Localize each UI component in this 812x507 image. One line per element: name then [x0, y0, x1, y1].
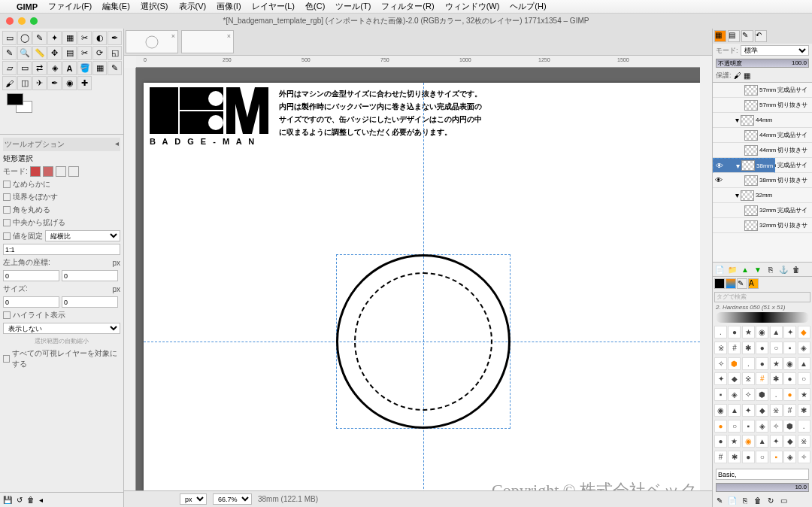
pos-x[interactable] — [3, 270, 59, 281]
tab-2[interactable]: × — [181, 30, 234, 53]
brush-item[interactable]: ▲ — [756, 435, 768, 448]
brush-item[interactable]: ▲ — [728, 404, 741, 417]
brush-item[interactable]: . — [770, 388, 783, 401]
brush-item[interactable]: ★ — [742, 326, 755, 339]
to-save-icon[interactable]: 💾 — [3, 496, 12, 504]
layer-item[interactable]: ▾44mm — [713, 113, 812, 128]
brush-item[interactable]: ● — [756, 342, 768, 354]
tool-scissors[interactable]: ✂ — [77, 31, 92, 45]
brush-item[interactable]: ✱ — [798, 404, 810, 417]
app-name[interactable]: GIMP — [17, 2, 38, 11]
brush-item[interactable]: ▪ — [714, 388, 727, 401]
brush-item[interactable]: ○ — [728, 420, 741, 433]
brush-item[interactable]: ● — [783, 388, 796, 401]
brush-item[interactable]: ◆ — [798, 326, 810, 339]
tool-perspective[interactable]: ▭ — [17, 61, 32, 75]
blend-mode[interactable]: 標準 — [741, 45, 809, 56]
tool-zoom[interactable]: 🔍 — [17, 46, 32, 60]
brush-item[interactable]: ※ — [798, 435, 810, 448]
brush-item[interactable]: ◆ — [756, 404, 768, 417]
menu-select[interactable]: 選択(S) — [141, 1, 168, 12]
chk-alllayers[interactable] — [3, 355, 10, 363]
window-close[interactable] — [6, 17, 14, 25]
tool-by-color[interactable]: ▦ — [62, 31, 77, 45]
brush-item[interactable]: ▲ — [770, 326, 783, 339]
brush-item[interactable]: ★ — [798, 388, 810, 401]
tool-blend[interactable]: ▦ — [92, 61, 107, 75]
brush-item[interactable]: ⬢ — [783, 420, 796, 433]
brush-open[interactable]: ▭ — [778, 495, 789, 505]
unit-select[interactable]: px — [180, 493, 207, 505]
dock-tab-channels[interactable]: ▤ — [728, 30, 740, 42]
brush-item[interactable]: ◉ — [714, 404, 727, 417]
brush-item[interactable]: ✧ — [742, 388, 755, 401]
size-h[interactable] — [62, 296, 118, 308]
menu-window[interactable]: ウィンドウ(W) — [445, 1, 500, 12]
ruler-vertical[interactable] — [124, 68, 136, 490]
brush-item[interactable]: ○ — [756, 451, 768, 463]
tool-align[interactable]: ▤ — [62, 46, 77, 60]
brush-dup[interactable]: ⎘ — [740, 495, 750, 505]
tool-picker[interactable]: ✎ — [2, 46, 17, 60]
layer-item[interactable]: 44mm 完成品サイ — [713, 128, 812, 143]
canvas-viewport[interactable]: B A D G E - M A N 外円はマシンの金型サイズに合わせた切り抜きサ… — [136, 68, 700, 490]
eye-icon[interactable]: 👁 — [715, 162, 724, 170]
brush-refresh[interactable]: ↻ — [765, 495, 776, 505]
brush-item[interactable]: # — [728, 342, 741, 354]
menu-help[interactable]: ヘルプ(H) — [510, 1, 546, 12]
brush-item[interactable]: ▪ — [742, 420, 755, 433]
tool-ink[interactable]: ✒ — [47, 76, 62, 90]
brush-new[interactable]: 📄 — [727, 495, 738, 505]
ruler-horizontal[interactable]: 0 250 500 750 1000 1250 1500 — [136, 56, 700, 68]
brush-item[interactable]: ※ — [714, 342, 727, 354]
dock-tab-undo[interactable]: ↶ — [755, 30, 767, 42]
brush-item[interactable]: ✱ — [770, 372, 783, 385]
menu-view[interactable]: 表示(V) — [179, 1, 207, 12]
menu-layer[interactable]: レイヤー(L) — [252, 1, 295, 12]
layer-item[interactable]: 57mm 完成品サイ — [713, 83, 812, 98]
tab-close-icon[interactable]: × — [171, 32, 175, 40]
brush-item[interactable]: ✧ — [714, 357, 727, 370]
chk-fix[interactable] — [3, 232, 11, 240]
to-menu-icon[interactable]: ◂ — [39, 496, 43, 504]
mode-intersect[interactable] — [68, 166, 79, 177]
zoom-select[interactable]: 66.7% — [213, 493, 252, 505]
brush-item[interactable]: ⬢ — [756, 388, 768, 401]
brush-item[interactable]: ⬢ — [728, 357, 741, 370]
tool-free-select[interactable]: ✎ — [32, 31, 47, 45]
tool-cage[interactable]: ◈ — [47, 61, 62, 75]
brush-item[interactable]: ★ — [728, 435, 741, 448]
tool-airbrush[interactable]: ✈ — [32, 76, 47, 90]
tool-eraser[interactable]: ◫ — [17, 76, 32, 90]
brush-item[interactable]: . — [798, 420, 810, 433]
brush-item[interactable]: . — [714, 326, 727, 339]
guide-mode[interactable]: 表示しない — [3, 323, 120, 334]
pos-y[interactable] — [62, 270, 118, 281]
brush-item[interactable]: ○ — [770, 342, 783, 354]
brush-item[interactable]: ● — [728, 326, 741, 339]
tool-pencil[interactable]: ✎ — [108, 61, 122, 75]
mode-replace[interactable] — [30, 166, 41, 177]
layer-item[interactable]: 32mm 切り抜きサ — [713, 218, 812, 233]
brush-item[interactable]: ✧ — [798, 451, 810, 463]
ratio-input[interactable] — [3, 244, 120, 255]
fix-mode[interactable]: 縦横比 — [45, 230, 120, 241]
brush-item[interactable]: ▪ — [770, 451, 783, 463]
brush-item[interactable]: ○ — [798, 372, 810, 385]
dock-tab-paths[interactable]: ✎ — [741, 30, 753, 42]
tool-foreground[interactable]: ◐ — [92, 31, 107, 45]
brush-item[interactable]: ◆ — [783, 435, 796, 448]
brush-item[interactable]: ✱ — [728, 451, 741, 463]
brush-size-slider[interactable]: 10.0 — [716, 483, 809, 492]
brush-item[interactable]: ● — [714, 435, 727, 448]
brush-tab-3[interactable]: ✎ — [737, 278, 747, 289]
window-minimize[interactable] — [18, 17, 26, 25]
menu-image[interactable]: 画像(I) — [217, 1, 241, 12]
brush-item[interactable]: ✦ — [714, 372, 727, 385]
menu-color[interactable]: 色(C) — [305, 1, 325, 12]
brush-item[interactable]: ● — [756, 357, 768, 370]
layer-new[interactable]: 📄 — [714, 264, 725, 275]
tool-text[interactable]: A — [62, 61, 77, 75]
brush-item[interactable]: ● — [714, 420, 727, 433]
layer-anchor[interactable]: ⚓ — [778, 264, 789, 275]
